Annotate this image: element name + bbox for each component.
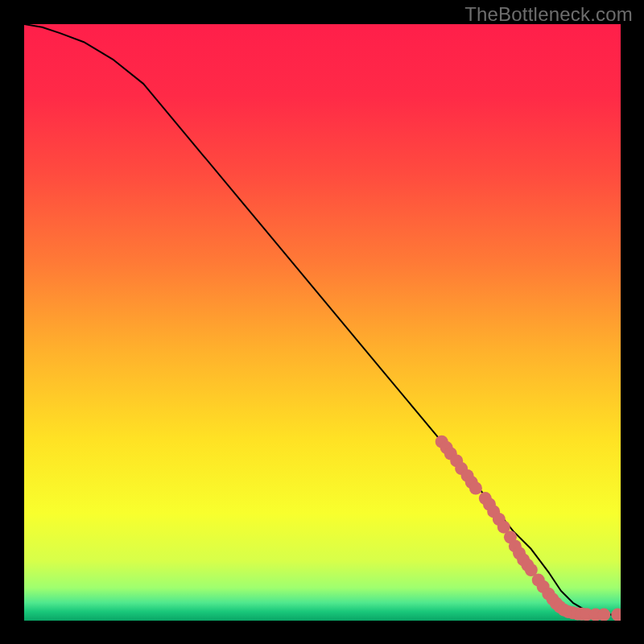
scatter-dot <box>597 609 610 621</box>
gradient-background <box>24 24 621 621</box>
plot-area <box>24 24 621 621</box>
watermark-text: TheBottleneck.com <box>464 3 633 26</box>
chart-svg <box>24 24 621 621</box>
chart-frame: TheBottleneck.com <box>0 0 644 644</box>
scatter-dot <box>469 482 482 495</box>
